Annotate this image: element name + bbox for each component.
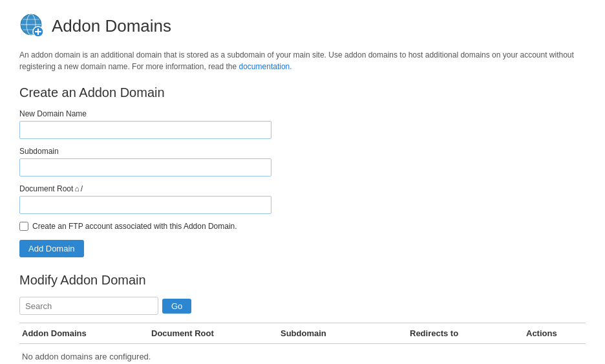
- page-header: Addon Domains: [19, 13, 586, 39]
- add-domain-button[interactable]: Add Domain: [19, 240, 84, 257]
- doc-root-input[interactable]: [19, 196, 271, 214]
- search-go-button[interactable]: Go: [162, 299, 191, 314]
- col-addon-domains: Addon Domains: [19, 327, 149, 339]
- home-icon: ⌂: [74, 184, 79, 193]
- subdomain-group: Subdomain: [19, 147, 586, 177]
- page-container: Addon Domains An addon domain is an addi…: [0, 0, 605, 364]
- create-section-title: Create an Addon Domain: [19, 85, 586, 100]
- doc-root-group: Document Root ⌂ /: [19, 184, 586, 214]
- addon-domains-icon: [19, 13, 45, 39]
- table-header: Addon Domains Document Root Subdomain Re…: [19, 323, 586, 344]
- new-domain-group: New Domain Name: [19, 109, 586, 139]
- modify-section-title: Modify Addon Domain: [19, 273, 586, 288]
- create-section: Create an Addon Domain New Domain Name S…: [19, 85, 586, 257]
- page-description: An addon domain is an additional domain …: [19, 49, 575, 72]
- new-domain-label: New Domain Name: [19, 109, 586, 118]
- ftp-checkbox[interactable]: [19, 222, 28, 231]
- subdomain-input[interactable]: [19, 158, 271, 177]
- col-document-root: Document Root: [149, 327, 278, 339]
- new-domain-input[interactable]: [19, 121, 271, 139]
- modify-section: Modify Addon Domain Go Addon Domains Doc…: [19, 273, 586, 364]
- col-subdomain: Subdomain: [278, 327, 407, 339]
- col-redirects-to: Redirects to: [407, 327, 524, 339]
- documentation-link[interactable]: documentation.: [239, 62, 292, 71]
- search-input[interactable]: [19, 297, 158, 315]
- search-row: Go: [19, 297, 586, 315]
- table-empty-message: No addon domains are configured.: [19, 344, 586, 364]
- page-title: Addon Domains: [52, 16, 171, 36]
- subdomain-label: Subdomain: [19, 147, 586, 156]
- doc-root-label-row: Document Root ⌂ /: [19, 184, 586, 193]
- ftp-checkbox-row: Create an FTP account associated with th…: [19, 222, 586, 231]
- col-actions: Actions: [524, 327, 601, 339]
- ftp-checkbox-label[interactable]: Create an FTP account associated with th…: [32, 222, 237, 231]
